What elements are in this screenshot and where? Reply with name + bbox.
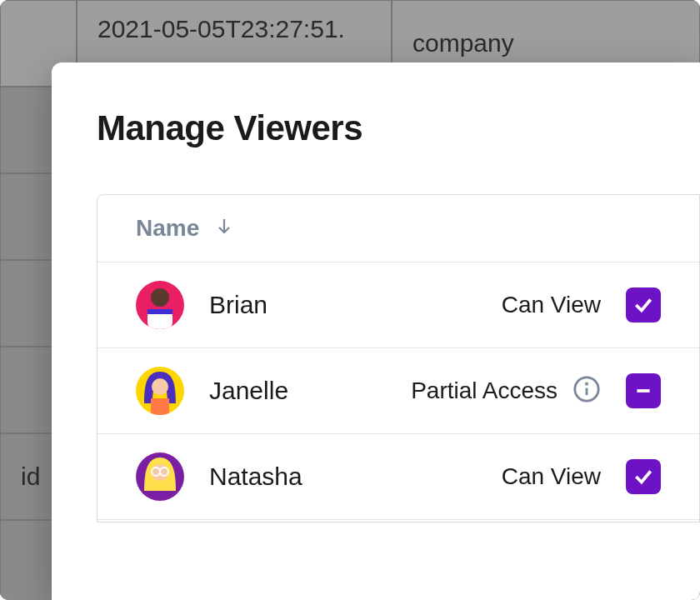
viewer-status: Partial Access (411, 378, 558, 404)
manage-viewers-modal: Manage Viewers Name Brian (52, 62, 700, 600)
viewer-row: Natasha Can View (98, 433, 699, 519)
access-checkbox[interactable] (626, 373, 661, 408)
svg-rect-2 (148, 309, 172, 314)
svg-point-7 (586, 383, 587, 384)
viewer-name: Janelle (209, 377, 386, 405)
viewer-status: Can View (502, 463, 601, 490)
check-icon (632, 294, 654, 316)
avatar (136, 281, 184, 329)
access-checkbox[interactable] (626, 288, 661, 322)
sort-descending-icon (214, 215, 234, 242)
viewer-name: Brian (209, 291, 477, 319)
check-icon (632, 466, 654, 488)
access-checkbox[interactable] (626, 459, 661, 494)
avatar (136, 367, 184, 415)
column-header-name-label: Name (136, 215, 199, 242)
viewer-row: Janelle Partial Access (98, 348, 699, 433)
viewer-name: Natasha (209, 462, 477, 491)
column-header-name[interactable]: Name (98, 195, 699, 262)
viewer-status: Can View (502, 292, 601, 318)
avatar (136, 452, 184, 501)
minus-icon (632, 380, 654, 402)
svg-point-0 (151, 288, 169, 307)
svg-point-3 (152, 378, 168, 395)
info-icon[interactable] (572, 375, 601, 407)
modal-title: Manage Viewers (97, 108, 700, 148)
viewers-list: Name Brian Can View (97, 194, 700, 522)
svg-rect-4 (151, 398, 169, 415)
viewer-row: Brian Can View (98, 262, 699, 348)
